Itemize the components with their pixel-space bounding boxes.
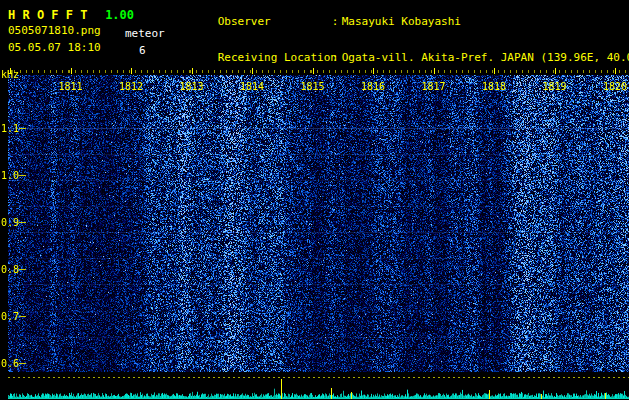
info-label: Receiving Location xyxy=(218,52,332,64)
time-tick xyxy=(373,68,374,74)
time-tick-label: 1815 xyxy=(300,81,324,92)
app-version: 1.00 xyxy=(105,8,134,22)
meteor-count: 6 xyxy=(139,44,146,57)
freq-tick xyxy=(19,363,26,364)
amplitude-strip xyxy=(0,374,629,400)
time-tick xyxy=(71,68,72,74)
freq-tick xyxy=(19,175,26,176)
time-tick-label: 1820 xyxy=(603,81,627,92)
info-label: Observer xyxy=(218,16,332,28)
time-tick xyxy=(252,68,253,74)
amplitude-canvas xyxy=(8,378,629,400)
mode-label: meteor xyxy=(125,27,165,40)
time-tick-label: 1816 xyxy=(361,81,385,92)
filename: 0505071810.png xyxy=(8,24,101,37)
time-tick xyxy=(615,68,616,74)
freq-tick-label: 0.8 xyxy=(1,264,19,275)
freq-tick xyxy=(19,222,26,223)
time-tick-label: 1812 xyxy=(119,81,143,92)
datetime-label: 05.05.07 18:10 xyxy=(8,41,101,54)
hrofft-window: H R O F F T 1.00 0505071810.png meteor 0… xyxy=(0,0,629,400)
time-tick xyxy=(434,68,435,74)
time-tick-label: 1814 xyxy=(240,81,264,92)
info-value: Masayuki Kobayashi xyxy=(342,15,461,28)
freq-axis-unit: kHz xyxy=(1,69,19,80)
info-colon: : xyxy=(332,52,340,64)
freq-tick xyxy=(19,269,26,270)
title-row: H R O F F T 1.00 xyxy=(8,4,134,23)
spectrogram-area: kHz 181118121813181418151816181718181819… xyxy=(0,68,629,373)
time-tick-label: 1819 xyxy=(542,81,566,92)
info-value: Ogata-vill. Akita-Pref. JAPAN (139.96E, … xyxy=(342,51,629,64)
info-colon: : xyxy=(332,16,340,28)
freq-tick-label: 1.0 xyxy=(1,170,19,181)
freq-tick xyxy=(19,316,26,317)
freq-tick xyxy=(19,128,26,129)
time-tick xyxy=(313,68,314,74)
spectrogram-canvas xyxy=(8,75,629,372)
time-tick xyxy=(494,68,495,74)
time-ruler xyxy=(8,70,629,73)
app-title: H R O F F T xyxy=(8,8,87,22)
freq-tick-label: 0.9 xyxy=(1,217,19,228)
time-tick-label: 1817 xyxy=(421,81,445,92)
time-tick xyxy=(192,68,193,74)
time-tick-label: 1818 xyxy=(482,81,506,92)
time-tick xyxy=(131,68,132,74)
freq-tick-label: 0.7 xyxy=(1,311,19,322)
time-tick-label: 1813 xyxy=(179,81,203,92)
freq-tick-label: 0.6 xyxy=(1,358,19,369)
info-row-observer: Observer:Masayuki Kobayashi xyxy=(178,4,629,40)
time-tick-label: 1811 xyxy=(58,81,82,92)
freq-tick-label: 1.1 xyxy=(1,123,19,134)
time-tick xyxy=(555,68,556,74)
